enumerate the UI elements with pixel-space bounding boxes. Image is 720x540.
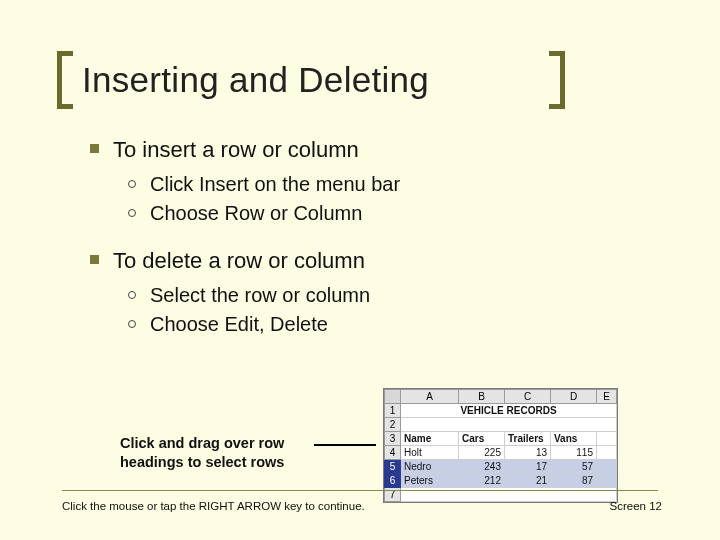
list-item: Select the row or column [128,282,650,309]
arrow-line-icon [314,444,376,446]
select-all-corner [385,390,401,404]
table-row-selected: 6 Peters 212 21 87 [385,474,617,488]
cell: 87 [551,474,597,488]
row-header: 4 [385,446,401,460]
section-insert-items: Click Insert on the menu bar Choose Row … [128,171,650,227]
col-header: B [459,390,505,404]
empty-cell [597,446,617,460]
empty-cell [401,418,617,432]
row-header: 6 [385,474,401,488]
col-header: D [551,390,597,404]
cell: 17 [505,460,551,474]
sheet-title-cell: VEHICLE RECORDS [401,404,617,418]
spreadsheet-example: A B C D E 1 VEHICLE RECORDS 2 3 Name Car… [383,388,618,503]
row-header: 2 [385,418,401,432]
screenshot-caption: Click and drag over row headings to sele… [120,434,312,472]
cell: 57 [551,460,597,474]
row-header: 1 [385,404,401,418]
row-header: 3 [385,432,401,446]
list-item: Click Insert on the menu bar [128,171,650,198]
circle-bullet-icon [128,291,136,299]
row-header: 5 [385,460,401,474]
cell: 115 [551,446,597,460]
sheet-title-row: 1 VEHICLE RECORDS [385,404,617,418]
header-cell: Cars [459,432,505,446]
section-heading: To insert a row or column [113,137,359,162]
cell: Nedro [401,460,459,474]
col-letter-row: A B C D E [385,390,617,404]
footer-page: Screen 12 [610,500,662,512]
section-delete-items: Select the row or column Choose Edit, De… [128,282,650,338]
col-header: E [597,390,617,404]
circle-bullet-icon [128,209,136,217]
cell: 243 [459,460,505,474]
header-cell: Trailers [505,432,551,446]
col-header: C [505,390,551,404]
table-row-selected: 5 Nedro 243 17 57 [385,460,617,474]
item-text: Choose Row or Column [150,202,362,224]
square-bullet-icon [90,144,99,153]
circle-bullet-icon [128,320,136,328]
header-cell: Name [401,432,459,446]
table-row: 4 Holt 225 13 115 [385,446,617,460]
circle-bullet-icon [128,180,136,188]
cell: 21 [505,474,551,488]
slide: Inserting and Deleting To insert a row o… [0,0,720,540]
footer-hint: Click the mouse or tap the RIGHT ARROW k… [62,500,365,512]
section-delete: To delete a row or column [90,245,650,276]
col-header: A [401,390,459,404]
cell: 212 [459,474,505,488]
page-title: Inserting and Deleting [62,54,437,106]
list-item: Choose Edit, Delete [128,311,650,338]
item-text: Choose Edit, Delete [150,313,328,335]
item-text: Click Insert on the menu bar [150,173,400,195]
cell: 225 [459,446,505,460]
section-insert: To insert a row or column [90,134,650,165]
empty-cell [597,474,617,488]
divider [62,490,658,491]
cell: 13 [505,446,551,460]
square-bullet-icon [90,255,99,264]
item-text: Select the row or column [150,284,370,306]
table-row: 2 [385,418,617,432]
data-header-row: 3 Name Cars Trailers Vans [385,432,617,446]
list-item: Choose Row or Column [128,200,650,227]
cell: Peters [401,474,459,488]
header-cell: Vans [551,432,597,446]
section-heading: To delete a row or column [113,248,365,273]
content-area: To insert a row or column Click Insert o… [90,134,650,356]
title-block: Inserting and Deleting [62,54,437,106]
cell: Holt [401,446,459,460]
empty-cell [597,432,617,446]
empty-cell [597,460,617,474]
